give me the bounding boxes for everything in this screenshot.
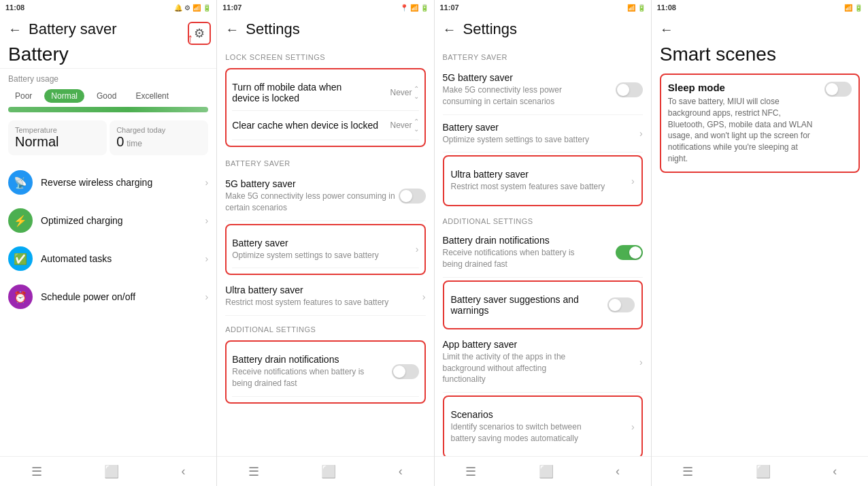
bottom-nav-1: ☰ ⬜ ‹ — [0, 456, 216, 486]
mobile-data-value[interactable]: Never ⌃⌄ — [390, 85, 418, 100]
5g-saver-title-2: 5G battery saver — [225, 178, 398, 189]
status-bar-1: 11:08 🔔 ⚙ 📶 🔋 — [0, 0, 216, 15]
signal-icon: 📶 — [193, 4, 201, 12]
setting-battery-drain-3: Battery drain notifications Receive noti… — [443, 228, 643, 278]
notification-icon: 🔔 — [174, 4, 182, 12]
setting-mobile-data[interactable]: Turn off mobile data when device is lock… — [232, 75, 418, 111]
level-poor[interactable]: Poor — [8, 89, 39, 103]
menu-optimized-charging[interactable]: ⚡ Optimized charging › — [0, 201, 216, 240]
scenarios-highlight: Scenarios Identify scenarios to switch b… — [443, 395, 643, 456]
back-nav-button-3[interactable]: ‹ — [605, 459, 631, 484]
clear-cache-value[interactable]: Never ⌃⌄ — [390, 118, 418, 133]
setting-5g-saver-2: 5G battery saver Make 5G connectivity le… — [225, 172, 425, 221]
chevron-app-battery: › — [639, 357, 643, 368]
battery-icon-3: 🔋 — [637, 4, 646, 12]
status-icons-2: 📍 📶 🔋 — [400, 4, 429, 12]
setting-ultra-saver-2[interactable]: Ultra battery saver Restrict most system… — [225, 278, 425, 316]
toggle-battery-suggestions[interactable] — [607, 297, 635, 312]
time-4: 11:08 — [657, 3, 676, 12]
status-icons-1: 🔔 ⚙ 📶 🔋 — [174, 4, 211, 12]
section-header-additional-2: ADDITIONAL SETTINGS — [225, 316, 425, 338]
mobile-data-title: Turn off mobile data when device is lock… — [232, 82, 354, 103]
toggle-5g-saver-3[interactable] — [616, 82, 643, 97]
toggle-battery-drain-2[interactable] — [392, 364, 419, 379]
scenarios-sub: Identify scenarios to switch between bat… — [451, 421, 587, 444]
level-normal[interactable]: Normal — [44, 89, 84, 103]
toggle-5g-saver-2[interactable] — [399, 189, 426, 204]
recents-button-4[interactable]: ⬜ — [745, 459, 782, 485]
battery-saver-highlight-2: Battery saver Optimize system settings t… — [225, 224, 425, 276]
back-nav-button-1[interactable]: ‹ — [171, 459, 197, 484]
battery-bar — [8, 107, 208, 112]
nav-bar-1: ← Battery saver — [0, 15, 216, 44]
charged-today-value: 0 — [116, 134, 124, 150]
gear-status-icon: ⚙ — [184, 4, 190, 12]
back-nav-button-4[interactable]: ‹ — [822, 459, 848, 484]
clear-cache-title: Clear cache when device is locked — [232, 120, 378, 131]
battery-icon-4: 🔋 — [854, 4, 863, 12]
location-icon: 📍 — [400, 4, 408, 12]
level-good[interactable]: Good — [90, 89, 123, 103]
battery-icon: 🔋 — [203, 4, 211, 12]
setting-battery-saver-3[interactable]: Battery saver Optimize system settings t… — [443, 115, 643, 153]
chevron-battery-saver-2: › — [416, 244, 419, 255]
panel-smart-scenes: 11:08 📶 🔋 ← Smart scenes Sleep mode To s… — [652, 0, 868, 486]
back-button-3[interactable]: ← — [443, 22, 456, 37]
recents-button-2[interactable]: ⬜ — [310, 459, 347, 485]
sleep-mode-desc: To save battery, MIUI will close backgro… — [668, 96, 819, 165]
level-excellent[interactable]: Excellent — [129, 89, 176, 103]
reverse-wireless-text: Reverse wireless charging — [41, 177, 205, 188]
chevron-ultra-3: › — [631, 176, 635, 187]
battery-drain-sub-3: Receive notifications when battery is be… — [443, 247, 579, 270]
back-button-4[interactable]: ← — [660, 22, 673, 37]
chevron-ultra-saver-2: › — [422, 291, 426, 302]
setting-scenarios[interactable]: Scenarios Identify scenarios to switch b… — [451, 402, 635, 451]
toggle-battery-drain-3[interactable] — [616, 245, 643, 260]
temperature-box: Temperature Normal — [8, 120, 107, 155]
chevron-automated: › — [205, 253, 209, 264]
setting-battery-saver-2[interactable]: Battery saver Optimize system settings t… — [232, 231, 418, 269]
section-header-battery-saver-2: BATTERY SAVER — [225, 150, 425, 172]
lock-screen-settings-box: Turn off mobile data when device is lock… — [225, 68, 425, 147]
battery-suggestions-title: Battery saver suggestions and warnings — [451, 294, 587, 316]
nav-title-battery-saver: Battery saver — [29, 20, 117, 38]
menu-schedule-power[interactable]: ⏰ Schedule power on/off › — [0, 278, 216, 316]
panel-settings-battery-full: 11:07 📶 🔋 ← Settings BATTERY SAVER 5G ba… — [435, 0, 652, 486]
chevron-optimized: › — [205, 215, 209, 226]
bottom-nav-2: ☰ ⬜ ‹ — [217, 456, 433, 486]
battery-drain-title-3: Battery drain notifications — [443, 235, 579, 246]
recents-button-1[interactable]: ⬜ — [93, 459, 130, 485]
ultra-saver-title-3: Ultra battery saver — [451, 169, 605, 180]
home-button-2[interactable]: ☰ — [237, 459, 270, 485]
setting-clear-cache[interactable]: Clear cache when device is locked Never … — [232, 111, 418, 140]
nav-bar-2: ← Settings — [217, 15, 433, 44]
chevron-battery-saver-3: › — [639, 128, 643, 139]
time-2: 11:07 — [222, 3, 241, 12]
smart-scenes-content: Sleep mode To save battery, MIUI will cl… — [652, 74, 868, 456]
setting-app-battery-saver[interactable]: App battery saver Limit the activity of … — [443, 332, 643, 393]
back-button-1[interactable]: ← — [8, 22, 22, 37]
app-battery-title: App battery saver — [443, 339, 579, 350]
section-header-battery-saver-3: BATTERY SAVER — [443, 44, 643, 65]
back-nav-button-2[interactable]: ‹ — [388, 459, 414, 484]
schedule-power-text: Schedule power on/off — [41, 291, 205, 302]
recents-button-3[interactable]: ⬜ — [528, 459, 565, 485]
setting-battery-drain-2[interactable]: Battery drain notifications Receive noti… — [232, 347, 418, 397]
panel-battery: 11:08 🔔 ⚙ 📶 🔋 ← Battery saver ⚙ ↑ Batter… — [0, 0, 217, 486]
time-3: 11:07 — [440, 3, 459, 12]
signal-icon-3: 📶 — [627, 4, 635, 12]
chevron-schedule: › — [205, 291, 209, 302]
home-button-1[interactable]: ☰ — [20, 459, 53, 485]
nav-bar-3: ← Settings — [435, 15, 651, 44]
settings-content-2: LOCK SCREEN SETTINGS Turn off mobile dat… — [217, 44, 433, 456]
panel-settings-lock: 11:07 📍 📶 🔋 ← Settings LOCK SCREEN SETTI… — [217, 0, 434, 486]
toggle-sleep-mode[interactable] — [824, 82, 852, 97]
5g-saver-sub-2: Make 5G connectivity less power consumin… — [225, 191, 398, 214]
menu-automated-tasks[interactable]: ✅ Automated tasks › — [0, 240, 216, 278]
menu-reverse-wireless[interactable]: 📡 Reverse wireless charging › — [0, 163, 216, 201]
sleep-mode-item: Sleep mode To save battery, MIUI will cl… — [660, 74, 860, 173]
back-button-2[interactable]: ← — [225, 22, 239, 37]
home-button-4[interactable]: ☰ — [671, 459, 704, 485]
setting-ultra-saver-3[interactable]: Ultra battery saver Restrict most system… — [451, 162, 635, 199]
home-button-3[interactable]: ☰ — [454, 459, 487, 485]
